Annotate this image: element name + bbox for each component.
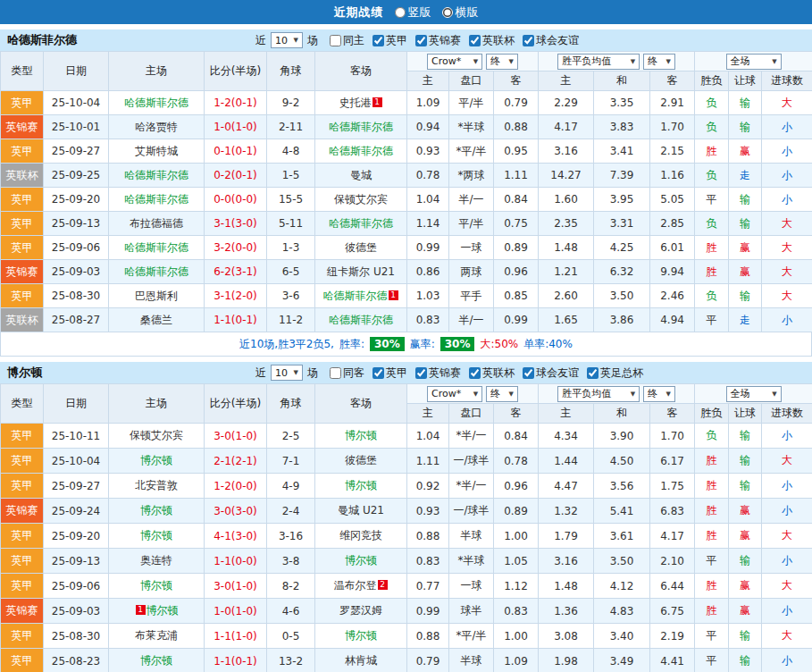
home-team[interactable]: 哈德斯菲尔德 bbox=[109, 260, 205, 284]
filter-item[interactable]: 同主 bbox=[330, 33, 364, 48]
home-team[interactable]: 哈德斯菲尔德 bbox=[109, 91, 205, 115]
odds-away: 1.00 bbox=[494, 624, 539, 649]
match-score: 1-1(0-1) bbox=[205, 308, 267, 332]
home-team[interactable]: 奥连特 bbox=[109, 549, 205, 574]
match-score: 1-2(0-1) bbox=[205, 91, 267, 115]
away-team[interactable]: 彼德堡 bbox=[315, 449, 407, 474]
home-team[interactable]: 哈德斯菲尔德 bbox=[109, 164, 205, 188]
home-team[interactable]: 北安普敦 bbox=[109, 474, 205, 499]
team-name-text: 彼德堡 bbox=[345, 241, 377, 254]
away-team[interactable]: 哈德斯菲尔德 bbox=[315, 115, 407, 139]
away-team[interactable]: 史托港1 bbox=[315, 91, 407, 115]
layout-vertical-radio[interactable] bbox=[395, 7, 406, 18]
chevron-down-icon: ▼ bbox=[666, 391, 671, 398]
bookmaker-final-dropdown[interactable]: 终▼ bbox=[486, 386, 518, 402]
odds-handicap: 一球 bbox=[449, 236, 494, 260]
filter-checkbox[interactable] bbox=[330, 35, 341, 46]
filter-item[interactable]: 球会友谊 bbox=[523, 33, 579, 48]
away-team[interactable]: 曼城 bbox=[315, 164, 407, 188]
filter-item[interactable]: 英锦赛 bbox=[415, 33, 461, 48]
filter-checkbox[interactable] bbox=[469, 35, 481, 46]
filter-checkbox[interactable] bbox=[415, 35, 427, 46]
avg-final-dropdown[interactable]: 终▼ bbox=[643, 54, 675, 70]
home-team[interactable]: 哈德斯菲尔德 bbox=[109, 236, 205, 260]
match-scope-dropdown[interactable]: 全场▼ bbox=[726, 54, 782, 70]
away-team[interactable]: 罗瑟汉姆 bbox=[315, 599, 407, 624]
away-team[interactable]: 哈德斯菲尔德1 bbox=[315, 284, 407, 308]
home-team[interactable]: 哈洛贾特 bbox=[109, 115, 205, 139]
home-team[interactable]: 博尔顿 bbox=[109, 574, 205, 599]
avg-draw-odds: 3.95 bbox=[594, 188, 650, 212]
filter-item[interactable]: 英锦赛 bbox=[415, 365, 461, 381]
filter-checkbox[interactable] bbox=[373, 35, 384, 46]
filter-checkbox[interactable] bbox=[587, 367, 599, 379]
filter-checkbox[interactable] bbox=[415, 367, 427, 379]
avg-final-dropdown[interactable]: 终▼ bbox=[643, 386, 675, 402]
bookmaker-dropdown[interactable]: Crow*▼ bbox=[427, 386, 482, 402]
home-team[interactable]: 巴恩斯利 bbox=[109, 284, 205, 308]
bookmaker-dropdown[interactable]: Crow*▼ bbox=[427, 54, 482, 70]
filter-checkbox[interactable] bbox=[330, 367, 341, 379]
filter-item[interactable]: 球会友谊 bbox=[523, 365, 579, 381]
avg-odds-dropdown[interactable]: 胜平负均值▼ bbox=[557, 54, 640, 70]
col-score: 比分(半场) bbox=[205, 384, 267, 424]
home-team[interactable]: 布拉德福德 bbox=[109, 212, 205, 236]
filter-item[interactable]: 英联杯 bbox=[469, 365, 515, 381]
bookmaker-final-dropdown[interactable]: 终▼ bbox=[486, 54, 518, 70]
away-team[interactable]: 博尔顿 bbox=[315, 474, 407, 499]
layout-horizontal-radio[interactable] bbox=[442, 7, 453, 18]
away-team[interactable]: 哈德斯菲尔德 bbox=[315, 212, 407, 236]
away-team[interactable]: 彼德堡 bbox=[315, 236, 407, 260]
filter-checkbox[interactable] bbox=[469, 367, 481, 379]
away-team[interactable]: 温布尔登2 bbox=[315, 574, 407, 599]
home-team[interactable]: 布莱克浦 bbox=[109, 624, 205, 649]
home-team[interactable]: 博尔顿 bbox=[109, 499, 205, 524]
games-label: 场 bbox=[307, 365, 318, 381]
away-team[interactable]: 曼城 U21 bbox=[315, 499, 407, 524]
layout-vertical-option[interactable]: 竖版 bbox=[395, 4, 431, 21]
home-team[interactable]: 艾斯特城 bbox=[109, 139, 205, 164]
layout-horizontal-option[interactable]: 横版 bbox=[442, 4, 479, 21]
match-count-dropdown[interactable]: 10▼ bbox=[271, 32, 303, 48]
away-team[interactable]: 维冈竞技 bbox=[315, 524, 407, 549]
away-team[interactable]: 保顿艾尔宾 bbox=[315, 188, 407, 212]
away-team[interactable]: 哈德斯菲尔德 bbox=[315, 308, 407, 332]
near-label: 近 bbox=[255, 33, 266, 48]
home-team[interactable]: 1博尔顿 bbox=[109, 599, 205, 624]
away-team[interactable]: 纽卡斯尔 U21 bbox=[315, 260, 407, 284]
odds-handicap: 一/球半 bbox=[449, 449, 494, 474]
filter-checkbox[interactable] bbox=[523, 35, 534, 46]
filter-item[interactable]: 英联杯 bbox=[469, 33, 515, 48]
match-score: 0-2(0-1) bbox=[205, 164, 267, 188]
home-team[interactable]: 博尔顿 bbox=[109, 649, 205, 672]
filter-item[interactable]: 同客 bbox=[330, 365, 364, 381]
filter-checkbox[interactable] bbox=[523, 367, 534, 379]
team-name-text: 史托港 bbox=[339, 97, 372, 109]
away-team[interactable]: 博尔顿 bbox=[315, 424, 407, 449]
filter-item[interactable]: 英甲 bbox=[373, 365, 407, 381]
odds-home: 0.93 bbox=[407, 499, 449, 524]
filter-label: 同主 bbox=[343, 33, 364, 48]
filter-item[interactable]: 英甲 bbox=[373, 33, 407, 48]
home-team[interactable]: 保顿艾尔宾 bbox=[109, 424, 205, 449]
match-count-dropdown[interactable]: 10▼ bbox=[271, 365, 303, 381]
odds-away: 0.99 bbox=[494, 308, 539, 332]
col-result: 胜负 bbox=[695, 71, 729, 91]
avg-odds-dropdown[interactable]: 胜平负均值▼ bbox=[557, 386, 640, 402]
team-name-text: 保顿艾尔宾 bbox=[130, 429, 183, 441]
away-team[interactable]: 博尔顿 bbox=[315, 549, 407, 574]
away-team[interactable]: 哈德斯菲尔德 bbox=[315, 139, 407, 164]
filter-item[interactable]: 英足总杯 bbox=[587, 365, 643, 381]
away-team[interactable]: 林肯城 bbox=[315, 649, 407, 672]
filter-checkbox[interactable] bbox=[373, 367, 384, 379]
red-card-badge: 1 bbox=[136, 605, 146, 615]
home-team[interactable]: 哈德斯菲尔德 bbox=[109, 188, 205, 212]
home-team[interactable]: 桑德兰 bbox=[109, 308, 205, 332]
home-team[interactable]: 博尔顿 bbox=[109, 524, 205, 549]
team-name-text: 哈德斯菲尔德 bbox=[124, 97, 188, 109]
match-scope-dropdown[interactable]: 全场▼ bbox=[726, 386, 782, 402]
odds-away: 1.09 bbox=[494, 649, 539, 672]
odds-handicap: *两球 bbox=[449, 164, 494, 188]
home-team[interactable]: 博尔顿 bbox=[109, 449, 205, 474]
away-team[interactable]: 博尔顿 bbox=[315, 624, 407, 649]
